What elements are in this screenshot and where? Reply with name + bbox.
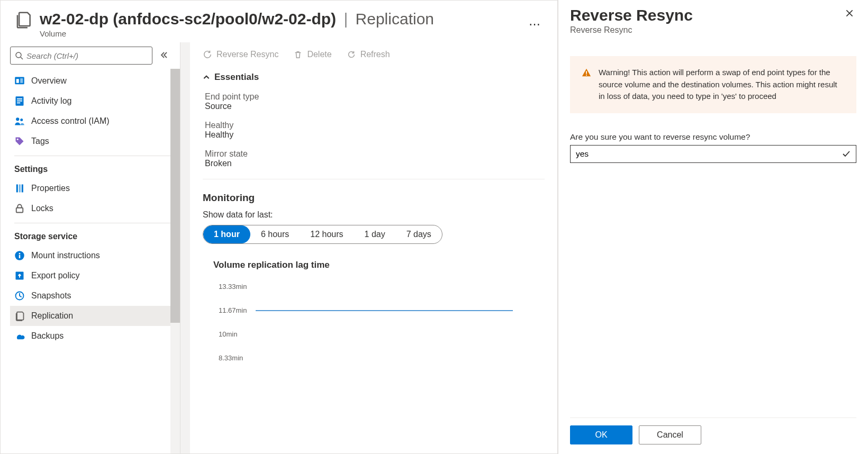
time-range-option[interactable]: 12 hours xyxy=(300,225,354,243)
nav-label: Overview xyxy=(31,76,67,86)
reverse-resync-button[interactable]: Reverse Resync xyxy=(203,50,278,59)
chart-y-tick: 10min xyxy=(219,330,237,338)
snap-icon xyxy=(14,290,25,301)
nav-label: Access control (IAM) xyxy=(31,116,110,126)
search-input[interactable] xyxy=(26,51,148,60)
tag-icon xyxy=(14,136,25,147)
nav-label: Activity log xyxy=(31,96,71,106)
warning-text: Warning! This action will perform a swap… xyxy=(599,67,845,103)
confirm-input-wrap[interactable] xyxy=(570,145,856,163)
cancel-label: Cancel xyxy=(657,430,683,440)
more-actions-button[interactable]: ⋯ xyxy=(525,13,545,35)
delete-button[interactable]: Delete xyxy=(293,50,331,59)
svg-rect-17 xyxy=(19,253,21,255)
nav-label: Properties xyxy=(31,184,70,193)
nav-item[interactable]: Properties xyxy=(10,178,180,198)
nav-item[interactable]: Snapshots xyxy=(10,286,180,306)
page-header: w2-02-dp (anfdocs-sc2/pool0/w2-02-dp) | … xyxy=(1,1,557,42)
refresh-button[interactable]: Refresh xyxy=(347,50,390,59)
nav-item[interactable]: Activity log xyxy=(10,91,180,111)
search-icon xyxy=(15,51,23,60)
nav-item[interactable]: Tags xyxy=(10,131,180,151)
svg-rect-12 xyxy=(19,185,21,193)
toolbar: Reverse Resync Delete Refresh xyxy=(203,50,545,59)
nav-label: Replication xyxy=(31,311,73,321)
refresh-icon xyxy=(347,50,356,59)
chart-series-line xyxy=(256,310,513,311)
people-icon xyxy=(14,116,25,126)
props-icon xyxy=(14,183,25,194)
title-after: Replication xyxy=(356,10,434,28)
svg-point-0 xyxy=(16,52,21,58)
nav-label: Export policy xyxy=(31,271,80,280)
collapse-sidebar-button[interactable] xyxy=(158,49,170,63)
essentials-prop: Healthy Healthy xyxy=(205,121,545,140)
essentials-prop: Mirror state Broken xyxy=(205,149,545,168)
prop-value: Healthy xyxy=(205,130,545,140)
content: Reverse Resync Delete Refresh xyxy=(180,42,557,453)
panel-subtitle: Reverse Resync xyxy=(570,25,856,35)
nav-label: Snapshots xyxy=(31,291,71,301)
lock-icon xyxy=(14,203,25,214)
page-subtitle: Volume xyxy=(40,29,518,38)
search-box[interactable] xyxy=(10,47,152,65)
confirm-label: Are you sure you want to reverse resync … xyxy=(570,132,856,142)
ok-button[interactable]: OK xyxy=(570,425,632,444)
time-range-option[interactable]: 7 days xyxy=(396,225,442,243)
monitoring-title: Monitoring xyxy=(203,192,545,204)
nav-item[interactable]: Backups xyxy=(10,326,180,346)
nav-scrollbar-thumb[interactable] xyxy=(170,69,180,323)
ok-label: OK xyxy=(595,430,607,440)
chart-y-tick: 11.67min xyxy=(219,306,247,314)
nav-item[interactable]: Overview xyxy=(10,71,180,91)
time-range-option[interactable]: 6 hours xyxy=(250,225,300,243)
nav-item[interactable]: Mount instructions xyxy=(10,246,180,266)
svg-point-10 xyxy=(17,139,19,140)
chart-y-tick: 8.33min xyxy=(219,354,243,362)
cancel-button[interactable]: Cancel xyxy=(639,425,701,444)
page-title: w2-02-dp (anfdocs-sc2/pool0/w2-02-dp) | … xyxy=(40,10,518,28)
essentials-prop: End point type Source xyxy=(205,92,545,111)
nav-group-settings: Settings xyxy=(10,156,180,178)
reverse-resync-label: Reverse Resync xyxy=(216,50,278,59)
essentials-toggle[interactable]: Essentials xyxy=(203,72,545,83)
nav-label: Locks xyxy=(31,204,53,213)
nav-item[interactable]: Access control (IAM) xyxy=(10,111,180,131)
svg-rect-6 xyxy=(17,101,22,102)
svg-rect-11 xyxy=(16,185,18,193)
panel-close-button[interactable] xyxy=(843,6,856,22)
close-icon xyxy=(845,8,854,18)
nav-item[interactable]: Export policy xyxy=(10,266,180,286)
prop-label: Mirror state xyxy=(205,149,545,159)
delete-label: Delete xyxy=(307,50,331,59)
svg-point-8 xyxy=(16,117,19,121)
svg-rect-21 xyxy=(586,75,587,76)
essentials-label: Essentials xyxy=(214,72,259,83)
confirm-input[interactable] xyxy=(576,149,842,159)
nav-label: Backups xyxy=(31,331,64,341)
prop-value: Source xyxy=(205,102,545,111)
title-main: w2-02-dp (anfdocs-sc2/pool0/w2-02-dp) xyxy=(40,10,336,28)
warning-icon xyxy=(582,68,591,77)
nav-group-storage: Storage service xyxy=(10,223,180,246)
prop-label: Healthy xyxy=(205,121,545,130)
check-icon xyxy=(842,150,851,158)
time-range-option[interactable]: 1 hour xyxy=(203,225,250,243)
chart: 13.33min11.67min10min8.33min xyxy=(203,281,545,366)
sidebar: OverviewActivity logAccess control (IAM)… xyxy=(1,42,180,453)
time-range-option[interactable]: 1 day xyxy=(354,225,396,243)
svg-rect-5 xyxy=(17,98,22,99)
svg-rect-7 xyxy=(17,103,20,104)
monitoring-show-label: Show data for last: xyxy=(203,210,545,220)
prop-label: End point type xyxy=(205,92,545,102)
nav-item[interactable]: Locks xyxy=(10,198,180,219)
chevron-up-icon xyxy=(203,74,210,81)
svg-point-9 xyxy=(20,119,23,121)
content-scroll-strip xyxy=(180,42,190,453)
nav-item[interactable]: Replication xyxy=(10,306,180,326)
panel-title: Reverse Resync xyxy=(570,6,843,24)
refresh-label: Refresh xyxy=(360,50,390,59)
svg-rect-20 xyxy=(586,71,587,74)
backup-icon xyxy=(14,331,25,341)
svg-rect-16 xyxy=(19,255,21,258)
